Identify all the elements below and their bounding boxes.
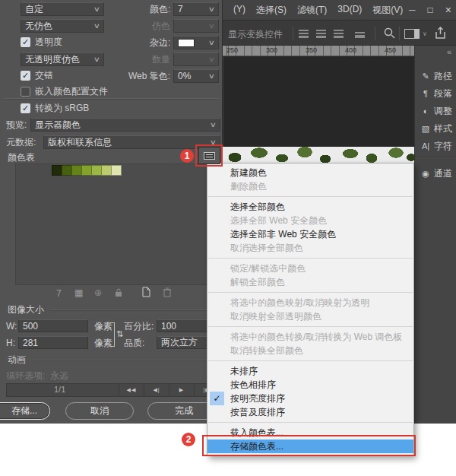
color-swatch[interactable]	[81, 165, 92, 176]
color-swatch[interactable]	[91, 165, 102, 176]
dither-mode-dropdown[interactable]: 无仿色∨	[21, 19, 104, 33]
menu-item[interactable]: 选择全部颜色	[207, 200, 413, 214]
web-snap-dropdown[interactable]: 0%∨	[173, 69, 219, 83]
matte-dropdown[interactable]: ∨	[173, 36, 219, 49]
chevron-down-icon[interactable]: ∨	[423, 30, 427, 37]
menu-item[interactable]: ✓按明亮度排序	[207, 392, 413, 405]
panel-menu-button[interactable]	[198, 147, 220, 164]
dock-tab-label: 字符	[434, 140, 452, 153]
close-button[interactable]: ×	[445, 4, 451, 16]
chevron-down-icon: ∨	[93, 5, 100, 13]
width-input[interactable]: 500	[18, 319, 88, 332]
menu-视图(V)[interactable]: 视图(V)	[372, 4, 403, 17]
dock-tab-样式[interactable]: ▧样式	[415, 121, 456, 136]
convert-srgb-checkbox[interactable]: ✓ 转换为 sRGB	[21, 102, 89, 115]
new-swatch-icon[interactable]	[141, 287, 151, 297]
menu-选择(S)[interactable]: 选择(S)	[256, 4, 287, 17]
color-table[interactable]	[15, 163, 220, 285]
menu-item[interactable]: 按普及度排序	[207, 405, 413, 419]
first-frame-button[interactable]: ◀◀	[119, 384, 144, 396]
color-swatch[interactable]	[101, 165, 112, 176]
dock-tab-label: 通道	[434, 167, 452, 180]
dock-tab-通道[interactable]: ◉通道	[415, 166, 456, 181]
transparency-checkbox[interactable]: ✓ 透明度	[21, 36, 62, 49]
paths-icon: ✎	[420, 71, 432, 81]
menu-separator	[208, 196, 413, 197]
menu-item-label: 取消选择全部颜色	[230, 243, 303, 253]
color-swatch[interactable]	[62, 165, 72, 176]
workspace-icon[interactable]	[404, 29, 420, 39]
transparency-dither-dropdown[interactable]: 无透明度仿色∨	[21, 52, 104, 66]
swatch-count: 7	[56, 288, 62, 300]
save-for-web-panel: 自定∨ 颜色: 7∨ 无仿色∨ 仿色 ∨ ✓ 透明度 杂边: ∨ 无透明度仿色∨…	[0, 0, 223, 424]
canvas[interactable]	[223, 56, 414, 147]
height-input[interactable]: 281	[18, 336, 88, 349]
play-button[interactable]: ▶	[169, 384, 194, 396]
save-button[interactable]: 存储...	[0, 402, 50, 420]
menu-item-label: 将选中的颜色映射/取消映射为透明	[230, 297, 369, 308]
link-dimensions-icon[interactable]: ⇅	[116, 328, 123, 340]
menu-item: 将选中的颜色转换/取消转换为 Web 调色板	[207, 330, 413, 344]
align-bottom-edges-icon[interactable]	[334, 30, 344, 38]
menu-item[interactable]: 未排序	[207, 364, 413, 378]
loop-label: 循环选项:	[6, 370, 45, 382]
embed-profile-checkbox[interactable]: 嵌入颜色配置文件	[21, 85, 108, 98]
menu-item-label: 选择全部非 Web 安全颜色	[230, 229, 336, 240]
share-icon[interactable]	[434, 26, 447, 40]
dock-tab-调整[interactable]: ◐调整	[415, 103, 456, 119]
ruler: 250300350400450	[223, 46, 414, 56]
chevron-down-icon: ∨	[93, 56, 100, 63]
chevron-down-icon: ∨	[93, 22, 100, 30]
minimize-button[interactable]: ─	[409, 5, 416, 15]
matte-color-swatch	[178, 39, 195, 47]
search-icon[interactable]	[384, 27, 395, 39]
colors-dropdown[interactable]: 7∨	[173, 2, 219, 16]
menu-item[interactable]: 按色相排序	[207, 378, 413, 392]
menu-item-label: 未排序	[230, 366, 258, 376]
menu-item-label: 锁定/解锁选中颜色	[230, 263, 306, 274]
previous-frame-button[interactable]: ◀|	[144, 384, 169, 396]
menu-item-label: 按色相排序	[230, 379, 276, 390]
frame-bar: 1/1 ◀◀◀|▶|▶	[6, 383, 220, 397]
web-shift-icon: ⊕	[94, 287, 102, 298]
step2-highlight-rect	[202, 435, 416, 456]
menu-item: 取消选择全部颜色	[207, 241, 413, 255]
preview-dropdown[interactable]: 显示器颜色∨	[30, 118, 220, 132]
align-top-edges-icon[interactable]	[299, 30, 309, 38]
color-swatch[interactable]	[71, 165, 82, 176]
select-swatches-icon[interactable]: ▦	[74, 287, 83, 298]
menu-item[interactable]: 选择全部非 Web 安全颜色	[207, 227, 413, 241]
menu-滤镜(T)[interactable]: 滤镜(T)	[297, 4, 327, 17]
metadata-label: 元数据:	[6, 137, 36, 148]
menu-item-label: 新建颜色	[230, 167, 267, 178]
distribute-icon[interactable]	[355, 30, 365, 38]
width-label: W:	[6, 321, 17, 332]
menu-3D(D)[interactable]: 3D(D)	[337, 4, 362, 17]
window-controls: ─ □ ×	[409, 0, 451, 20]
menu-separator	[208, 258, 413, 259]
dock-tab-路径[interactable]: ✎路径	[415, 68, 456, 84]
metadata-dropdown[interactable]: 版权和联系信息∨	[43, 135, 220, 149]
menu-item-label: 按普及度排序	[230, 407, 285, 417]
show-transform-controls-label[interactable]: 显示变换控件	[228, 28, 283, 41]
color-swatch[interactable]	[111, 165, 122, 176]
chevron-down-icon: ∨	[208, 39, 215, 46]
color-swatch[interactable]	[52, 165, 62, 176]
lock-icon	[114, 287, 123, 297]
cancel-button[interactable]: 取消	[65, 402, 134, 420]
menu-item[interactable]: 新建颜色	[207, 166, 413, 179]
screenshot-root: 自定∨ 颜色: 7∨ 无仿色∨ 仿色 ∨ ✓ 透明度 杂边: ∨ 无透明度仿色∨…	[0, 0, 456, 476]
interlaced-checkbox[interactable]: ✓ 交错	[21, 69, 53, 82]
dock-tab-字符[interactable]: A|字符	[415, 138, 456, 154]
divider	[5, 98, 219, 99]
dock-tab-段落[interactable]: ¶段落	[415, 86, 456, 101]
maximize-button[interactable]: □	[428, 5, 433, 15]
align-vertical-centers-icon[interactable]	[316, 30, 326, 38]
collapse-panels-icon[interactable]: «	[447, 47, 451, 56]
preset-dropdown[interactable]: 自定∨	[21, 2, 104, 16]
checkbox-checked-icon: ✓	[21, 103, 30, 113]
menu-item: 选择全部 Web 安全颜色	[207, 214, 413, 227]
options-bar: 显示变换控件 ∨	[223, 20, 456, 46]
menu-item-label: 选择全部 Web 安全颜色	[230, 215, 327, 226]
menu-(Y)[interactable]: (Y)	[233, 4, 245, 17]
